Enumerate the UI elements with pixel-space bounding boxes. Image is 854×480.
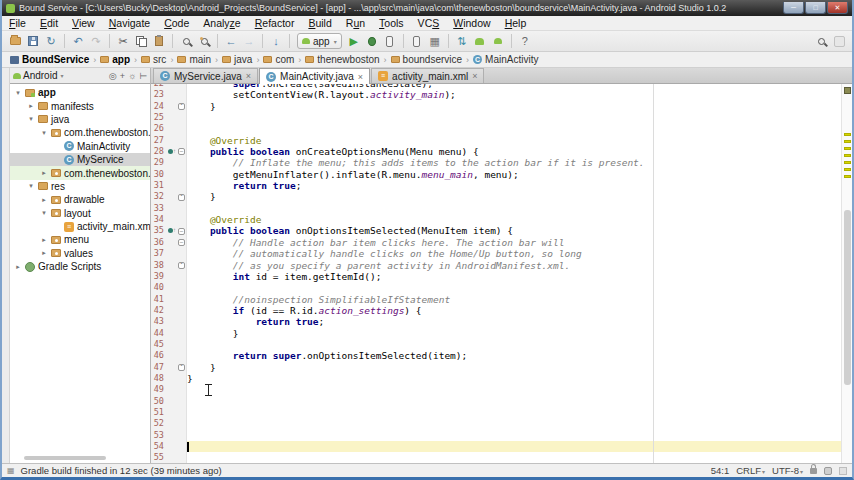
code-line[interactable]: 50 — [151, 396, 841, 407]
code-text[interactable] — [187, 384, 841, 395]
tree-arrow-icon[interactable]: ▸ — [14, 263, 22, 271]
tree-arrow-icon[interactable]: ▾ — [27, 115, 35, 123]
code-line[interactable]: 24ˆ } — [151, 101, 841, 112]
menu-item-edit[interactable]: Edit — [33, 17, 65, 29]
tree-item[interactable]: ▸manifests — [10, 99, 150, 112]
left-tool-window-strip[interactable] — [2, 68, 10, 463]
tab-close-icon[interactable]: × — [246, 71, 251, 81]
tree-arrow-icon[interactable]: ▾ — [40, 129, 48, 137]
redo-icon[interactable]: ↷ — [87, 33, 105, 50]
minimize-button[interactable]: ─ — [783, 2, 804, 14]
tree-item[interactable]: ▾layout — [10, 207, 150, 220]
replace-icon[interactable] — [195, 33, 213, 50]
code-text[interactable]: } — [187, 362, 841, 373]
warning-mark[interactable] — [844, 140, 851, 143]
code-line[interactable]: 38ˆ // as you specify a parent activity … — [151, 260, 841, 271]
line-separator-selector[interactable]: CRLF▾ — [736, 465, 765, 476]
code-text[interactable]: if (id == R.id.action_settings) { — [187, 305, 841, 316]
code-line[interactable]: 34 @Override — [151, 214, 841, 225]
code-text[interactable]: } — [187, 328, 841, 339]
code-line[interactable]: 35↑– public boolean onOptionsItemSelecte… — [151, 225, 841, 236]
menu-item-vcs[interactable]: VCS — [411, 17, 447, 29]
user-avatar[interactable] — [830, 33, 848, 50]
fold-marker-icon[interactable]: ˆ — [178, 103, 185, 110]
code-text[interactable]: return true; — [187, 180, 841, 191]
make-project-icon[interactable]: ↓ — [267, 33, 285, 50]
tree-item[interactable]: ▸Gradle Scripts — [10, 260, 150, 273]
code-line[interactable]: 51 — [151, 407, 841, 418]
fold-marker-icon[interactable]: – — [178, 148, 185, 155]
code-text[interactable] — [187, 123, 841, 134]
settings-circle-icon[interactable]: ◎ — [109, 71, 117, 81]
code-text[interactable] — [187, 339, 841, 350]
code-line[interactable]: 31 return true; — [151, 180, 841, 191]
code-text[interactable]: } — [187, 191, 841, 202]
tree-arrow-icon[interactable]: ▸ — [40, 249, 48, 257]
code-line[interactable]: 48} — [151, 373, 841, 384]
code-line[interactable]: 44 } — [151, 328, 841, 339]
code-line[interactable]: 55 — [151, 452, 841, 463]
code-text[interactable] — [187, 282, 841, 293]
menu-item-analyze[interactable]: Analyze — [196, 17, 247, 29]
code-text[interactable]: } — [187, 373, 841, 384]
fold-marker-icon[interactable]: ˆ — [178, 262, 185, 269]
code-text[interactable]: // automatically handle clicks on the Ho… — [187, 248, 841, 259]
chevron-down-icon[interactable]: ▾ — [60, 72, 63, 79]
breadcrumb-item-boundservice[interactable]: boundservice — [389, 54, 464, 65]
code-line[interactable]: 41 //noinspection SimplifiableIfStatemen… — [151, 294, 841, 305]
breadcrumb-item-app[interactable]: app — [98, 54, 132, 65]
project-view-selector[interactable]: Android — [23, 70, 57, 81]
code-line[interactable]: 53 — [151, 430, 841, 441]
code-text[interactable]: return super.onOptionsItemSelected(item)… — [187, 350, 841, 361]
encoding-selector[interactable]: UTF-8▾ — [772, 465, 803, 476]
breadcrumb-item-boundservice[interactable]: BoundService — [8, 54, 91, 65]
gradle-sync-icon[interactable]: ⇅ — [453, 33, 471, 50]
menu-item-tools[interactable]: Tools — [372, 17, 411, 29]
avd-manager-icon[interactable] — [408, 33, 426, 50]
code-text[interactable] — [187, 112, 841, 123]
tree-item[interactable]: ≡activity_main.xml — [10, 220, 150, 233]
menu-item-navigate[interactable]: Navigate — [102, 17, 157, 29]
menu-item-help[interactable]: Help — [498, 17, 534, 29]
maximize-button[interactable]: □ — [805, 2, 826, 14]
tree-arrow-icon[interactable]: ▸ — [40, 236, 48, 244]
menu-item-code[interactable]: Code — [157, 17, 196, 29]
warning-mark[interactable] — [844, 161, 851, 164]
breadcrumb-item-mainactivity[interactable]: CMainActivity — [471, 54, 540, 65]
attach-debugger-icon[interactable] — [381, 33, 399, 50]
code-area[interactable]: 22 super.onCreate(savedInstanceState);23… — [151, 84, 841, 463]
hide-panel-icon[interactable]: ⊢ — [139, 71, 147, 81]
tab-mainactivity-java[interactable]: CMainActivity.java× — [259, 68, 370, 84]
caret-position[interactable]: 54:1 — [711, 465, 730, 476]
code-line[interactable]: 25 — [151, 112, 841, 123]
toolwindow-toggle-icon[interactable]: ▦ — [7, 466, 15, 475]
code-text[interactable] — [187, 441, 841, 452]
menu-item-file[interactable]: File — [2, 17, 33, 29]
fold-marker-icon[interactable]: – — [178, 228, 185, 235]
code-line[interactable]: 49 — [151, 384, 841, 395]
code-text[interactable] — [187, 407, 841, 418]
code-text[interactable]: @Override — [187, 135, 841, 146]
run-config-selector[interactable]: app▾ — [297, 33, 342, 49]
scroll-to-source-icon[interactable]: + — [120, 71, 125, 81]
code-line[interactable]: 54 — [151, 441, 841, 452]
code-text[interactable]: // Inflate the menu; this adds items to … — [187, 157, 841, 168]
code-text[interactable]: // as you specify a parent activity in A… — [187, 260, 841, 271]
tab-myservice-java[interactable]: CMyService.java× — [153, 68, 258, 83]
breadcrumb-item-java[interactable]: java — [220, 54, 254, 65]
breadcrumb-item-com[interactable]: com — [261, 54, 296, 65]
tree-arrow-icon[interactable]: ▸ — [27, 102, 35, 110]
code-text[interactable]: @Override — [187, 214, 841, 225]
code-line[interactable]: 43 return true; — [151, 316, 841, 327]
code-line[interactable]: 42 if (id == R.id.action_settings) { — [151, 305, 841, 316]
menu-item-run[interactable]: Run — [339, 17, 372, 29]
nav-forward-icon[interactable]: → — [240, 33, 258, 50]
inspection-status-icon[interactable] — [844, 87, 851, 94]
tree-item[interactable]: ▸drawable — [10, 193, 150, 206]
run-icon[interactable]: ▶ — [345, 33, 363, 50]
code-text[interactable]: public boolean onOptionsItemSelected(Men… — [187, 225, 841, 236]
warning-mark[interactable] — [844, 133, 851, 136]
code-text[interactable]: // Handle action bar item clicks here. T… — [187, 237, 841, 248]
tab-activity_main-xml[interactable]: ≡activity_main.xml× — [371, 68, 484, 83]
inspector-profile-icon[interactable] — [824, 467, 832, 475]
